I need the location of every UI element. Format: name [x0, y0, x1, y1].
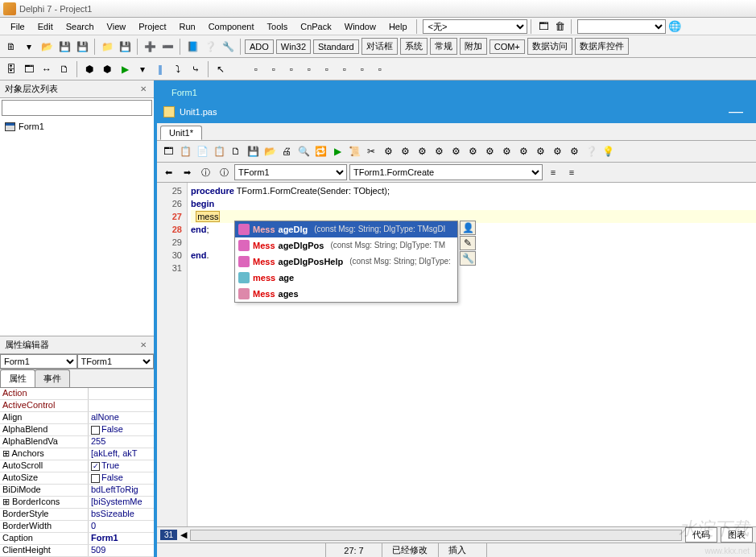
align-left-icon[interactable]: ≡	[545, 164, 561, 180]
nav-impl-icon[interactable]: ⓘ	[216, 164, 232, 180]
etb-tool10-icon[interactable]: ⚙	[532, 143, 548, 159]
prop-row[interactable]: Action	[0, 388, 154, 400]
etb-log-icon[interactable]: 📜	[346, 143, 362, 159]
etb-help-icon[interactable]: ❔	[583, 143, 599, 159]
save-project-icon[interactable]: 💾	[117, 39, 133, 55]
etb-tool7-icon[interactable]: ⚙	[481, 143, 498, 159]
view-unit-icon[interactable]: 🗄	[3, 61, 19, 77]
prop-panel-close-icon[interactable]: ✕	[138, 340, 149, 351]
ac-side-btn3-icon[interactable]: 🔧	[460, 251, 476, 266]
etb-bulb-icon[interactable]: 💡	[600, 143, 616, 159]
ac-side-btn1-icon[interactable]: 👤	[460, 221, 476, 235]
menu-component[interactable]: Component	[203, 20, 260, 33]
nav-fwd-icon[interactable]: ➡	[179, 164, 195, 180]
prop-row[interactable]: AutoSizeFalse	[0, 472, 154, 485]
method-combo[interactable]: TForm1.FormCreate	[349, 164, 543, 180]
menu-view[interactable]: View	[101, 20, 132, 33]
palette-tab-system[interactable]: 系统	[400, 38, 428, 55]
gutter-line[interactable]: 28	[157, 223, 182, 236]
comp-3-icon[interactable]: ▫	[283, 61, 300, 77]
prop-row[interactable]: AlignalNone	[0, 412, 154, 424]
prop-row[interactable]: Anchors[akLeft, akT	[0, 448, 154, 460]
prop-row[interactable]: BorderStylebsSizeable	[0, 509, 154, 521]
gutter-line[interactable]: 30	[157, 249, 182, 262]
prop-row[interactable]: CaptionForm1	[0, 533, 154, 545]
h-scrollbar[interactable]	[190, 530, 682, 541]
build-config-combo[interactable]: <无>	[423, 19, 527, 34]
autocomplete-item[interactable]: Messages	[235, 286, 457, 302]
new-drop-icon[interactable]: ▾	[21, 39, 37, 55]
prop-value[interactable]: Form1	[89, 533, 154, 544]
palette-tab-common[interactable]: 常规	[430, 38, 457, 55]
prop-value[interactable]	[89, 400, 154, 411]
prop-row[interactable]: AlphaBlendVa255	[0, 436, 154, 448]
palette-tab-dialogs[interactable]: 对话框	[361, 38, 398, 55]
save-icon[interactable]: 💾	[56, 39, 72, 55]
class-combo[interactable]: TForm1	[234, 164, 347, 180]
comp-5-icon[interactable]: ▫	[319, 61, 335, 77]
etb-2-icon[interactable]: 📋	[177, 143, 193, 159]
etb-tool1-icon[interactable]: ⚙	[380, 143, 396, 159]
menu-edit[interactable]: Edit	[32, 20, 59, 33]
palette-tab-data-access[interactable]: 数据访问	[527, 38, 572, 55]
prop-row[interactable]: AlphaBlendFalse	[0, 424, 154, 436]
nav-intf-icon[interactable]: ⓘ	[197, 164, 213, 180]
prop-value[interactable]: 0	[89, 521, 154, 532]
etb-open-icon[interactable]: 📂	[262, 143, 278, 159]
etb-print-icon[interactable]: 🖨	[279, 143, 295, 159]
etb-replace-icon[interactable]: 🔁	[312, 143, 328, 159]
new-form-icon[interactable]: 🗋	[56, 61, 72, 77]
help-icon[interactable]: ❔	[202, 39, 218, 55]
etb-tool5-icon[interactable]: ⚙	[448, 143, 464, 159]
palette-tab-ado[interactable]: ADO	[245, 39, 274, 54]
prop-row[interactable]: AutoScroll✓True	[0, 460, 154, 472]
prop-value[interactable]: [akLeft, akT	[89, 448, 154, 460]
autocomplete-item[interactable]: MessageDlgPos(const Msg: String; DlgType…	[235, 237, 457, 254]
autocomplete-popup[interactable]: MessageDlg(const Msg: String; DlgType: T…	[234, 221, 458, 303]
comp-7-icon[interactable]: ▫	[354, 61, 370, 77]
tree-node-form1[interactable]: Form1	[5, 121, 149, 132]
etb-copy-icon[interactable]: 📄	[194, 143, 210, 159]
menu-file[interactable]: File	[5, 20, 31, 33]
prop-row[interactable]: ActiveControl	[0, 400, 154, 412]
autocomplete-item[interactable]: MessageDlgPosHelp(const Msg: String; Dlg…	[235, 254, 457, 270]
menu-window[interactable]: Window	[339, 20, 382, 33]
editor-minimize-icon[interactable]: —	[722, 103, 750, 120]
gutter-line[interactable]: 27	[157, 210, 182, 223]
prop-value[interactable]: bsSizeable	[89, 509, 154, 520]
desktop-delete-icon[interactable]: 🗑	[553, 19, 568, 34]
object-tree[interactable]: Form1	[0, 118, 154, 336]
comp-2-icon[interactable]: ▫	[266, 61, 282, 77]
ac-side-btn2-icon[interactable]: ✎	[460, 236, 476, 250]
step-over-icon[interactable]: ⤵	[170, 61, 186, 77]
editor-tab-unit1[interactable]: Unit1*	[160, 126, 202, 140]
comp-4-icon[interactable]: ▫	[301, 61, 317, 77]
menu-run[interactable]: Run	[173, 20, 200, 33]
etb-tool4-icon[interactable]: ⚙	[431, 143, 447, 159]
menu-cnpack[interactable]: CnPack	[295, 20, 337, 33]
prop-value[interactable]: 255	[89, 436, 154, 448]
bottom-tab-code[interactable]: 代码	[685, 527, 717, 543]
prop-value[interactable]: bdLeftToRig	[89, 485, 154, 496]
pause-icon[interactable]: ‖	[152, 61, 168, 77]
object-tree-search[interactable]	[2, 100, 152, 116]
prop-value[interactable]: 509	[89, 545, 154, 556]
tab-events[interactable]: 事件	[35, 369, 70, 387]
save-all-icon[interactable]: 💾	[74, 39, 90, 55]
toggle-icon[interactable]: ↔	[39, 61, 55, 77]
etb-1-icon[interactable]: 🗔	[160, 143, 176, 159]
palette-tab-standard[interactable]: Standard	[313, 39, 359, 54]
nav-back-icon[interactable]: ⬅	[160, 164, 176, 180]
palette-tab-additional[interactable]: 附加	[460, 38, 487, 55]
editor-titlebar[interactable]: Unit1.pas —	[157, 100, 756, 123]
menu-search[interactable]: Search	[60, 20, 100, 33]
prop-value[interactable]: ✓True	[89, 460, 154, 472]
etb-new-icon[interactable]: 🗋	[228, 143, 244, 159]
palette-tab-data-controls[interactable]: 数据库控件	[575, 38, 629, 55]
prop-value[interactable]	[89, 388, 154, 399]
scroll-left-icon[interactable]: ◀	[180, 530, 187, 540]
property-grid[interactable]: ActionActiveControlAlignalNoneAlphaBlend…	[0, 388, 154, 557]
etb-tool6-icon[interactable]: ⚙	[465, 143, 481, 159]
comp-8-icon[interactable]: ▫	[372, 61, 388, 77]
gutter-line[interactable]: 31	[157, 262, 182, 274]
